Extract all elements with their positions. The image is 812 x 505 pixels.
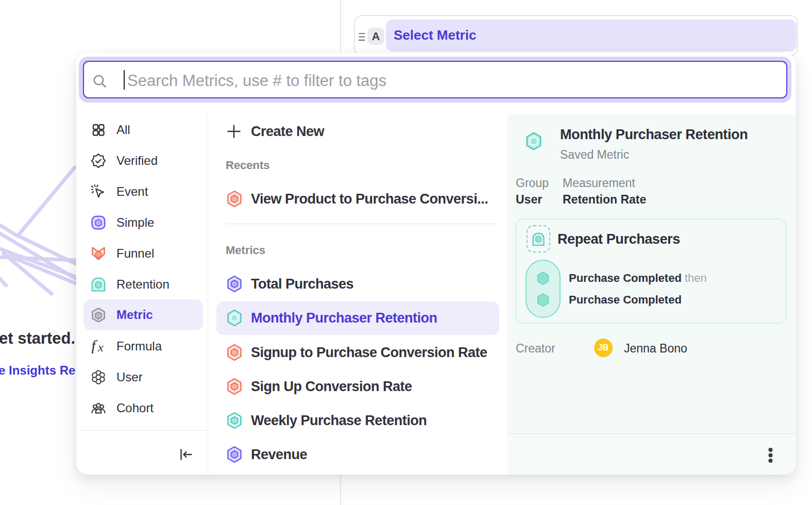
svg-text:f: f	[91, 339, 98, 354]
svg-text:x: x	[97, 341, 104, 354]
